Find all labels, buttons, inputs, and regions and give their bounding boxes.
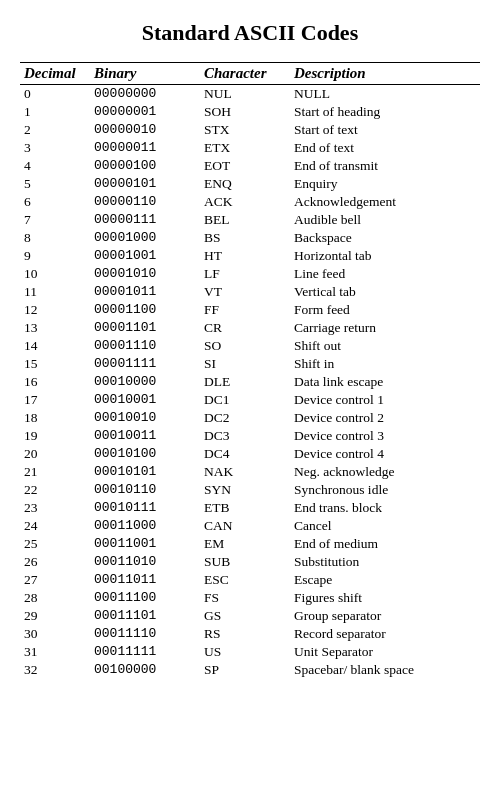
ascii-table: Decimal Binary Character Description 000… xyxy=(20,62,480,679)
table-row: 2500011001EMEnd of medium xyxy=(20,535,480,553)
cell-binary: 00011110 xyxy=(90,625,200,643)
cell-binary: 00000100 xyxy=(90,157,200,175)
cell-decimal: 1 xyxy=(20,103,90,121)
cell-description: Acknowledgement xyxy=(290,193,480,211)
table-row: 1600010000DLEData link escape xyxy=(20,373,480,391)
cell-description: Figures shift xyxy=(290,589,480,607)
cell-decimal: 4 xyxy=(20,157,90,175)
cell-description: NULL xyxy=(290,85,480,104)
cell-decimal: 15 xyxy=(20,355,90,373)
cell-character: DC4 xyxy=(200,445,290,463)
cell-description: Device control 1 xyxy=(290,391,480,409)
cell-description: Shift out xyxy=(290,337,480,355)
cell-decimal: 6 xyxy=(20,193,90,211)
cell-description: Synchronous idle xyxy=(290,481,480,499)
cell-binary: 00000110 xyxy=(90,193,200,211)
cell-character: RS xyxy=(200,625,290,643)
cell-description: End of text xyxy=(290,139,480,157)
cell-character: NAK xyxy=(200,463,290,481)
cell-character: LF xyxy=(200,265,290,283)
cell-description: Enquiry xyxy=(290,175,480,193)
cell-description: End trans. block xyxy=(290,499,480,517)
table-row: 1900010011DC3Device control 3 xyxy=(20,427,480,445)
cell-decimal: 27 xyxy=(20,571,90,589)
cell-binary: 00001000 xyxy=(90,229,200,247)
cell-character: BEL xyxy=(200,211,290,229)
cell-binary: 00000111 xyxy=(90,211,200,229)
cell-description: Unit Separator xyxy=(290,643,480,661)
cell-decimal: 8 xyxy=(20,229,90,247)
cell-decimal: 16 xyxy=(20,373,90,391)
cell-decimal: 0 xyxy=(20,85,90,104)
cell-decimal: 23 xyxy=(20,499,90,517)
cell-decimal: 25 xyxy=(20,535,90,553)
cell-decimal: 13 xyxy=(20,319,90,337)
cell-binary: 00000101 xyxy=(90,175,200,193)
cell-character: CAN xyxy=(200,517,290,535)
cell-character: FF xyxy=(200,301,290,319)
cell-decimal: 12 xyxy=(20,301,90,319)
col-binary: Binary xyxy=(90,63,200,85)
table-row: 2900011101GSGroup separator xyxy=(20,607,480,625)
cell-binary: 00011001 xyxy=(90,535,200,553)
table-row: 2700011011ESCEscape xyxy=(20,571,480,589)
cell-decimal: 29 xyxy=(20,607,90,625)
cell-description: Device control 2 xyxy=(290,409,480,427)
cell-decimal: 22 xyxy=(20,481,90,499)
cell-character: DC3 xyxy=(200,427,290,445)
cell-character: ETB xyxy=(200,499,290,517)
table-row: 100000001SOHStart of heading xyxy=(20,103,480,121)
cell-decimal: 10 xyxy=(20,265,90,283)
table-row: 2100010101NAKNeg. acknowledge xyxy=(20,463,480,481)
cell-binary: 00001101 xyxy=(90,319,200,337)
table-row: 1000001010LFLine feed xyxy=(20,265,480,283)
cell-description: Line feed xyxy=(290,265,480,283)
col-description: Description xyxy=(290,63,480,85)
cell-decimal: 18 xyxy=(20,409,90,427)
cell-binary: 00010111 xyxy=(90,499,200,517)
cell-decimal: 20 xyxy=(20,445,90,463)
table-row: 2300010111ETBEnd trans. block xyxy=(20,499,480,517)
table-row: 200000010STXStart of text xyxy=(20,121,480,139)
cell-description: Escape xyxy=(290,571,480,589)
cell-binary: 00011000 xyxy=(90,517,200,535)
table-row: 2400011000CANCancel xyxy=(20,517,480,535)
cell-description: End of transmit xyxy=(290,157,480,175)
cell-character: STX xyxy=(200,121,290,139)
cell-character: ACK xyxy=(200,193,290,211)
cell-binary: 00011101 xyxy=(90,607,200,625)
cell-character: SO xyxy=(200,337,290,355)
cell-binary: 00011010 xyxy=(90,553,200,571)
cell-decimal: 28 xyxy=(20,589,90,607)
cell-description: Audible bell xyxy=(290,211,480,229)
cell-character: VT xyxy=(200,283,290,301)
cell-character: BS xyxy=(200,229,290,247)
table-row: 2800011100FSFigures shift xyxy=(20,589,480,607)
cell-decimal: 7 xyxy=(20,211,90,229)
cell-description: Backspace xyxy=(290,229,480,247)
cell-binary: 00001001 xyxy=(90,247,200,265)
table-row: 1500001111SIShift in xyxy=(20,355,480,373)
cell-character: NUL xyxy=(200,85,290,104)
table-row: 600000110ACKAcknowledgement xyxy=(20,193,480,211)
table-row: 1100001011VTVertical tab xyxy=(20,283,480,301)
cell-character: SI xyxy=(200,355,290,373)
table-row: 300000011ETXEnd of text xyxy=(20,139,480,157)
cell-description: Record separator xyxy=(290,625,480,643)
cell-description: Device control 4 xyxy=(290,445,480,463)
cell-binary: 00000010 xyxy=(90,121,200,139)
table-row: 500000101ENQEnquiry xyxy=(20,175,480,193)
table-row: 1800010010DC2Device control 2 xyxy=(20,409,480,427)
cell-binary: 00011011 xyxy=(90,571,200,589)
cell-decimal: 30 xyxy=(20,625,90,643)
cell-description: Start of heading xyxy=(290,103,480,121)
cell-binary: 00000001 xyxy=(90,103,200,121)
cell-character: DC1 xyxy=(200,391,290,409)
table-row: 3100011111USUnit Separator xyxy=(20,643,480,661)
cell-character: US xyxy=(200,643,290,661)
cell-binary: 00010101 xyxy=(90,463,200,481)
cell-character: GS xyxy=(200,607,290,625)
cell-binary: 00010001 xyxy=(90,391,200,409)
cell-description: Shift in xyxy=(290,355,480,373)
cell-decimal: 17 xyxy=(20,391,90,409)
